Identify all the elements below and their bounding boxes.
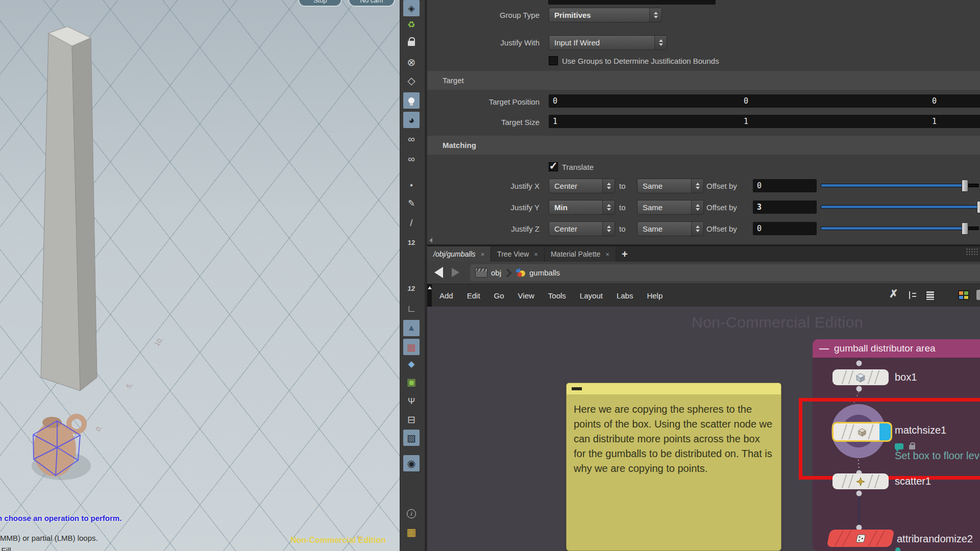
menu-tools[interactable]: Tools bbox=[548, 291, 566, 300]
section-list-icon[interactable]: ⊟ bbox=[403, 411, 420, 428]
target-size-y-field[interactable]: 1 bbox=[740, 115, 929, 128]
spinner-icon[interactable] bbox=[602, 222, 615, 236]
spinner-icon[interactable] bbox=[654, 36, 667, 49]
sticky-note[interactable]: Here we are copying the spheres to the p… bbox=[566, 383, 781, 551]
justify-x-offset-field[interactable]: 0 bbox=[753, 179, 817, 192]
partial-bottom-icon[interactable]: ▬ bbox=[403, 543, 420, 551]
breadcrumb[interactable]: obj gumballs bbox=[470, 264, 980, 281]
node-label-scatter1[interactable]: scatter1 bbox=[895, 475, 931, 487]
target-size-x-field[interactable]: 1 bbox=[549, 115, 741, 128]
display-flag[interactable] bbox=[879, 423, 891, 440]
spinner-icon[interactable] bbox=[691, 201, 703, 214]
close-icon[interactable]: × bbox=[534, 251, 538, 258]
justify-with-dropdown[interactable]: Input If Wired bbox=[549, 35, 667, 50]
justify-x-from-dropdown[interactable]: Center bbox=[549, 179, 615, 193]
spinner-icon[interactable] bbox=[602, 201, 615, 214]
node-box1[interactable] bbox=[832, 369, 889, 385]
menu-left-strip[interactable] bbox=[427, 284, 432, 307]
display-options-icon[interactable]: ∞ bbox=[403, 131, 420, 147]
forward-arrow-icon[interactable] bbox=[452, 268, 459, 277]
justify-x-slider-handle[interactable] bbox=[962, 180, 968, 192]
node-matchsize1[interactable] bbox=[832, 422, 892, 442]
justify-z-to-dropdown[interactable]: Same bbox=[637, 221, 704, 236]
menu-edit[interactable]: Edit bbox=[467, 291, 480, 300]
target-size-z-field[interactable]: 1 bbox=[928, 115, 980, 128]
target-position-z-field[interactable]: 0 bbox=[928, 94, 980, 108]
disable-lighting-icon[interactable]: ⊗ bbox=[403, 54, 420, 70]
viewport-camera-button[interactable]: No cam bbox=[348, 0, 395, 7]
show-curve-hulls-icon[interactable]: ✎ bbox=[403, 195, 420, 211]
justify-y-offset-field[interactable]: 3 bbox=[753, 201, 817, 214]
close-icon[interactable]: × bbox=[605, 251, 609, 258]
stack-list-icon[interactable] bbox=[926, 291, 935, 300]
shading-mode-icon[interactable]: ◈ bbox=[403, 0, 420, 16]
panel-collapse-arrow-icon[interactable] bbox=[429, 238, 432, 243]
node-label-box1[interactable]: box1 bbox=[895, 371, 917, 383]
target-position-y-field[interactable]: 0 bbox=[740, 94, 929, 108]
show-pin-icon[interactable]: / bbox=[403, 215, 420, 231]
lock-icon[interactable] bbox=[403, 35, 420, 52]
justify-y-slider[interactable] bbox=[821, 199, 980, 214]
smooth-shading-icon[interactable]: ◕ bbox=[403, 112, 420, 128]
target-position-x-field[interactable]: 0 bbox=[549, 94, 741, 108]
group-type-dropdown[interactable]: Primitives bbox=[549, 8, 662, 22]
menu-layout[interactable]: Layout bbox=[580, 291, 603, 300]
tab-tree-view[interactable]: Tree View × bbox=[491, 246, 545, 262]
construction-plane-icon[interactable]: ▦ bbox=[403, 524, 420, 540]
spinner-icon[interactable] bbox=[691, 222, 703, 236]
node-attribrandomize2[interactable] bbox=[826, 530, 894, 547]
pane-layout-icon[interactable] bbox=[958, 290, 969, 300]
justify-z-from-dropdown[interactable]: Center bbox=[549, 221, 615, 236]
point-numbers-icon[interactable]: 12 bbox=[403, 234, 420, 251]
menu-view[interactable]: View bbox=[518, 291, 534, 300]
justify-y-to-dropdown[interactable]: Same bbox=[637, 200, 704, 215]
matching-section-header[interactable]: Matching bbox=[427, 136, 980, 155]
justify-y-slider-handle[interactable] bbox=[977, 201, 980, 213]
spinner-icon[interactable] bbox=[649, 8, 662, 22]
menu-add[interactable]: Add bbox=[439, 291, 453, 300]
node-scatter1[interactable] bbox=[832, 473, 889, 489]
uv-checker-icon[interactable]: ▦ bbox=[403, 339, 420, 355]
axis-fan-icon[interactable]: Ψ bbox=[403, 393, 420, 410]
primitive-numbers-icon[interactable]: 12 bbox=[402, 280, 421, 296]
justify-x-slider[interactable] bbox=[821, 178, 980, 192]
viewport-stop-button[interactable]: Stop bbox=[298, 0, 342, 7]
angle-ruler-icon[interactable]: ∟ bbox=[403, 300, 420, 317]
group-field-partial[interactable] bbox=[548, 0, 716, 5]
background-image-icon[interactable]: ▨ bbox=[403, 430, 420, 446]
sticky-note-header[interactable] bbox=[567, 383, 781, 394]
partial-pane-icon[interactable] bbox=[976, 290, 980, 300]
justify-x-to-dropdown[interactable]: Same bbox=[637, 179, 704, 193]
tab-material-palette[interactable]: Material Palette × bbox=[545, 246, 616, 262]
breadcrumb-root[interactable]: obj bbox=[491, 268, 501, 277]
group-box-icon[interactable]: ▣ bbox=[403, 373, 420, 390]
location-pin-icon[interactable]: ◉ bbox=[403, 455, 420, 471]
spinner-icon[interactable] bbox=[602, 179, 615, 193]
menu-help[interactable]: Help bbox=[647, 291, 663, 300]
tab-obj-gumballs[interactable]: /obj/gumballs × bbox=[427, 246, 491, 262]
show-normals-icon[interactable]: ▲ bbox=[403, 320, 420, 336]
scene-display-options-icon[interactable]: ∞ bbox=[403, 151, 420, 167]
translate-checkbox[interactable]: ✓ bbox=[549, 162, 558, 171]
network-editor[interactable]: Non-Commercial Edition — gumball distrib… bbox=[427, 307, 980, 551]
show-points-icon[interactable]: ● bbox=[403, 177, 420, 193]
node-label-matchsize1[interactable]: matchsize1 bbox=[895, 424, 946, 436]
justify-y-from-dropdown[interactable]: Min bbox=[549, 200, 615, 215]
node-label-attribrandomize2[interactable]: attribrandomize2 bbox=[897, 533, 973, 545]
use-groups-checkbox[interactable] bbox=[549, 56, 558, 65]
menu-go[interactable]: Go bbox=[494, 291, 504, 300]
target-section-header[interactable]: Target bbox=[427, 71, 980, 90]
collapse-icon[interactable] bbox=[572, 387, 582, 390]
justify-z-offset-field[interactable]: 0 bbox=[753, 222, 817, 235]
info-icon[interactable]: i bbox=[403, 506, 420, 522]
marker-diamond-icon[interactable]: ◆ bbox=[403, 356, 420, 372]
viewport-3d[interactable]: Stop No cam 10, 5, 0, 5 bbox=[0, 0, 400, 551]
tools-wrench-icon[interactable]: ✗ bbox=[889, 288, 898, 300]
add-tab-button[interactable]: + bbox=[616, 246, 633, 262]
spinner-icon[interactable] bbox=[691, 179, 703, 193]
headlight-icon[interactable]: ◇ bbox=[403, 72, 420, 89]
tree-view-icon[interactable] bbox=[909, 291, 918, 299]
gumball-jug-object[interactable] bbox=[26, 402, 94, 484]
bulb-lighting-icon[interactable] bbox=[403, 92, 420, 109]
back-arrow-icon[interactable] bbox=[434, 267, 443, 278]
